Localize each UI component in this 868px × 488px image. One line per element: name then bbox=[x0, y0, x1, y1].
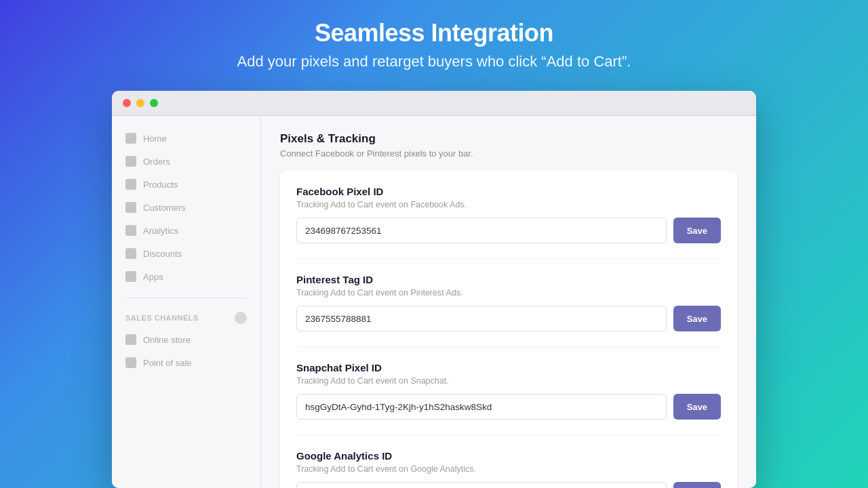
google-analytics-input[interactable] bbox=[296, 482, 667, 488]
main-content: Pixels & Tracking Connect Facebook or Pi… bbox=[261, 116, 756, 488]
apps-icon bbox=[125, 271, 136, 282]
pinterest-pixel-row: Save bbox=[296, 306, 721, 331]
online-store-icon bbox=[125, 334, 136, 345]
page-subtitle: Add your pixels and retarget buyers who … bbox=[237, 53, 631, 70]
sidebar-item-customers[interactable]: Customers bbox=[112, 196, 260, 219]
pixels-card: Facebook Pixel ID Tracking Add to Cart e… bbox=[280, 171, 737, 488]
sidebar: Home Orders Products Customers Analytics… bbox=[112, 116, 261, 488]
sidebar-item-online-store[interactable]: Online store bbox=[112, 328, 260, 351]
add-channel-button[interactable] bbox=[235, 312, 247, 324]
pinterest-pixel-section: Pinterest Tag ID Tracking Add to Cart ev… bbox=[296, 274, 721, 347]
section-title: Pixels & Tracking bbox=[280, 132, 737, 146]
pinterest-save-button[interactable]: Save bbox=[673, 306, 721, 331]
analytics-icon bbox=[125, 225, 136, 236]
window-body: Home Orders Products Customers Analytics… bbox=[112, 116, 756, 488]
window-titlebar bbox=[112, 91, 756, 116]
sidebar-item-discounts[interactable]: Discounts bbox=[112, 242, 260, 265]
snapchat-pixel-section: Snapchat Pixel ID Tracking Add to Cart e… bbox=[296, 362, 721, 435]
google-analytics-title: Google Analytics ID bbox=[296, 450, 721, 462]
products-icon bbox=[125, 179, 136, 190]
page-title: Seamless Integration bbox=[237, 19, 631, 47]
sidebar-item-orders[interactable]: Orders bbox=[112, 150, 260, 173]
pinterest-pixel-title: Pinterest Tag ID bbox=[296, 274, 721, 285]
pinterest-pixel-desc: Tracking Add to Cart event on Pinterest … bbox=[296, 288, 721, 298]
pos-icon bbox=[125, 357, 136, 368]
customers-icon bbox=[125, 202, 136, 213]
orders-icon bbox=[125, 156, 136, 167]
facebook-pixel-section: Facebook Pixel ID Tracking Add to Cart e… bbox=[296, 186, 721, 259]
app-window: Home Orders Products Customers Analytics… bbox=[112, 91, 756, 488]
sidebar-item-apps[interactable]: Apps bbox=[112, 265, 260, 288]
google-analytics-section: Google Analytics ID Tracking Add to Cart… bbox=[296, 450, 721, 488]
facebook-pixel-desc: Tracking Add to Cart event on Facebook A… bbox=[296, 200, 721, 209]
sidebar-item-analytics[interactable]: Analytics bbox=[112, 219, 260, 242]
sidebar-item-products[interactable]: Products bbox=[112, 173, 260, 196]
discounts-icon bbox=[125, 248, 136, 259]
facebook-pixel-title: Facebook Pixel ID bbox=[296, 186, 721, 197]
google-analytics-save-button[interactable]: Save bbox=[673, 482, 721, 488]
snapchat-save-button[interactable]: Save bbox=[673, 394, 721, 420]
facebook-pixel-row: Save bbox=[296, 218, 721, 243]
snapchat-pixel-title: Snapchat Pixel ID bbox=[296, 362, 721, 373]
snapchat-pixel-row: Save bbox=[296, 394, 721, 420]
minimize-button[interactable] bbox=[136, 99, 144, 107]
sidebar-item-home[interactable]: Home bbox=[112, 127, 260, 150]
google-analytics-desc: Tracking Add to Cart event on Google Ana… bbox=[296, 464, 721, 474]
snapchat-pixel-input[interactable] bbox=[296, 394, 667, 420]
sidebar-item-pos[interactable]: Point of sale bbox=[112, 351, 260, 374]
snapchat-pixel-desc: Tracking Add to Cart event on Snapchat. bbox=[296, 376, 721, 386]
google-analytics-row: Save bbox=[296, 482, 721, 488]
section-subtitle: Connect Facebook or Pinterest pixels to … bbox=[280, 148, 737, 159]
close-button[interactable] bbox=[123, 99, 131, 107]
sidebar-divider bbox=[125, 298, 247, 298]
page-header: Seamless Integration Add your pixels and… bbox=[224, 0, 645, 84]
facebook-pixel-input[interactable] bbox=[296, 218, 667, 243]
pinterest-pixel-input[interactable] bbox=[296, 306, 667, 331]
sidebar-section-channels: Sales channels bbox=[112, 308, 260, 328]
home-icon bbox=[125, 133, 136, 144]
fullscreen-button[interactable] bbox=[150, 99, 158, 107]
facebook-save-button[interactable]: Save bbox=[673, 218, 721, 243]
